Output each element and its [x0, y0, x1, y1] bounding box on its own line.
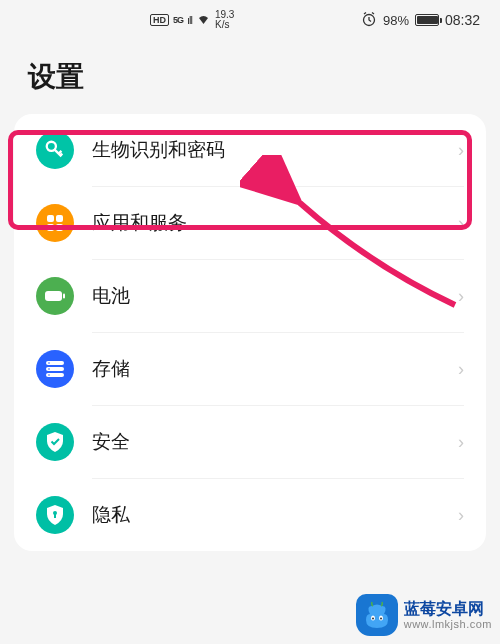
svg-rect-15: [54, 514, 56, 518]
battery-indicator-icon: [415, 14, 439, 26]
status-bar: HD 5G ıll 19.3 K/s 98% 08:32: [0, 0, 500, 38]
svg-point-12: [48, 368, 50, 370]
svg-rect-3: [56, 215, 63, 222]
watermark-logo: [356, 594, 398, 636]
hd-badge: HD: [150, 14, 169, 26]
item-label: 应用和服务: [92, 210, 458, 236]
svg-point-13: [48, 374, 50, 376]
chevron-right-icon: ›: [458, 432, 464, 453]
settings-item-privacy[interactable]: 隐私 ›: [14, 479, 486, 551]
chevron-right-icon: ›: [458, 213, 464, 234]
battery-percentage: 98%: [383, 13, 409, 28]
settings-item-storage[interactable]: 存储 ›: [14, 333, 486, 405]
chevron-right-icon: ›: [458, 140, 464, 161]
apps-icon: [36, 204, 74, 242]
network-gen: 5G: [173, 15, 183, 25]
settings-card: 生物识别和密码 › 应用和服务 › 电池 › 存储 › 安全 ›: [14, 114, 486, 551]
item-label: 存储: [92, 356, 458, 382]
alarm-icon: [361, 11, 377, 30]
watermark-url: www.lmkjsh.com: [404, 618, 492, 631]
settings-item-biometrics[interactable]: 生物识别和密码 ›: [14, 114, 486, 186]
chevron-right-icon: ›: [458, 286, 464, 307]
svg-rect-5: [56, 224, 63, 231]
svg-point-11: [48, 362, 50, 364]
battery-icon: [36, 277, 74, 315]
wifi-icon: [196, 13, 211, 28]
svg-rect-4: [47, 224, 54, 231]
settings-item-security[interactable]: 安全 ›: [14, 406, 486, 478]
privacy-icon: [36, 496, 74, 534]
svg-point-19: [380, 618, 382, 620]
key-icon: [36, 131, 74, 169]
svg-rect-7: [63, 294, 65, 299]
net-speed: 19.3 K/s: [215, 10, 234, 30]
item-label: 电池: [92, 283, 458, 309]
shield-icon: [36, 423, 74, 461]
item-label: 隐私: [92, 502, 458, 528]
watermark: 蓝莓安卓网 www.lmkjsh.com: [356, 594, 492, 636]
watermark-title: 蓝莓安卓网: [404, 599, 492, 618]
clock-time: 08:32: [445, 12, 480, 28]
settings-item-battery[interactable]: 电池 ›: [14, 260, 486, 332]
page-title: 设置: [0, 38, 500, 114]
chevron-right-icon: ›: [458, 505, 464, 526]
storage-icon: [36, 350, 74, 388]
chevron-right-icon: ›: [458, 359, 464, 380]
item-label: 生物识别和密码: [92, 137, 458, 163]
svg-rect-2: [47, 215, 54, 222]
svg-point-18: [372, 618, 374, 620]
settings-item-apps[interactable]: 应用和服务 ›: [14, 187, 486, 259]
signal-icon: ıll: [187, 14, 192, 26]
svg-rect-6: [45, 291, 62, 301]
item-label: 安全: [92, 429, 458, 455]
